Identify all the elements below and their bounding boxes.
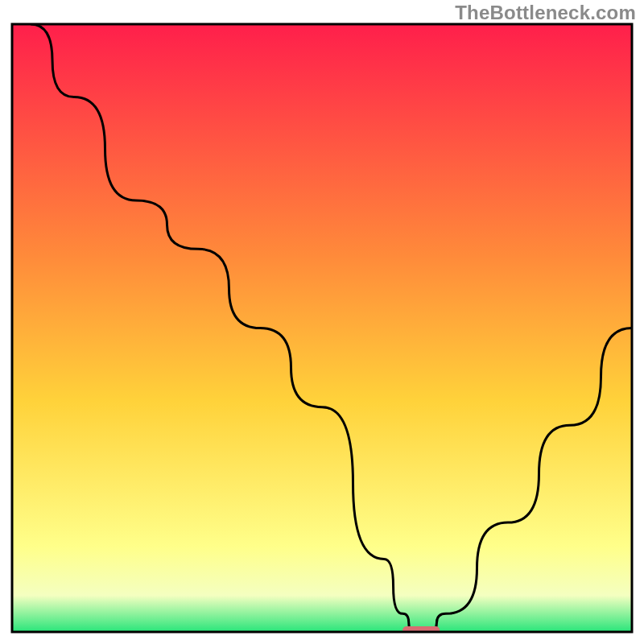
watermark-label: TheBottleneck.com bbox=[455, 2, 636, 24]
gradient-background bbox=[12, 24, 632, 632]
plot-svg bbox=[0, 0, 644, 644]
bottleneck-chart: TheBottleneck.com bbox=[0, 0, 644, 644]
